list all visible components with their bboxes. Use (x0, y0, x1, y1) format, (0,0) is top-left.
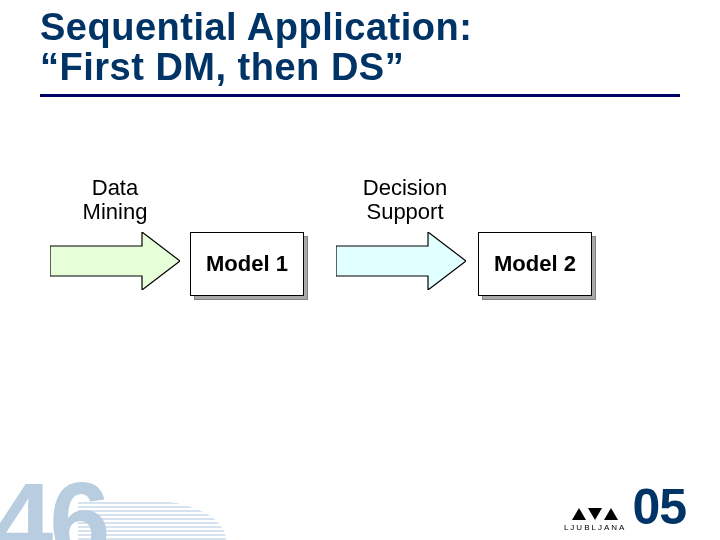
conference-year: 05 (632, 482, 686, 532)
slide-title: Sequential Application: “First DM, then … (40, 8, 680, 97)
model-2-box: Model 2 (478, 232, 590, 294)
conference-branding: LJUBLJANA 05 (564, 482, 686, 532)
label-decision-support: Decision Support (350, 176, 460, 224)
title-line-1: Sequential Application: (40, 8, 680, 48)
arrow-decision-support (336, 232, 466, 290)
label-data-mining: Data Mining (70, 176, 160, 224)
model-1-label: Model 1 (206, 251, 288, 277)
arrow-data-mining (50, 232, 180, 290)
model-1-face: Model 1 (190, 232, 304, 296)
model-1-box: Model 1 (190, 232, 302, 294)
model-2-label: Model 2 (494, 251, 576, 277)
title-underline (40, 94, 680, 97)
conference-logo-icon: LJUBLJANA (564, 508, 626, 532)
title-line-2: “First DM, then DS” (40, 48, 680, 88)
slide-number: 46 (0, 466, 106, 540)
conference-city: LJUBLJANA (564, 523, 626, 532)
model-2-face: Model 2 (478, 232, 592, 296)
